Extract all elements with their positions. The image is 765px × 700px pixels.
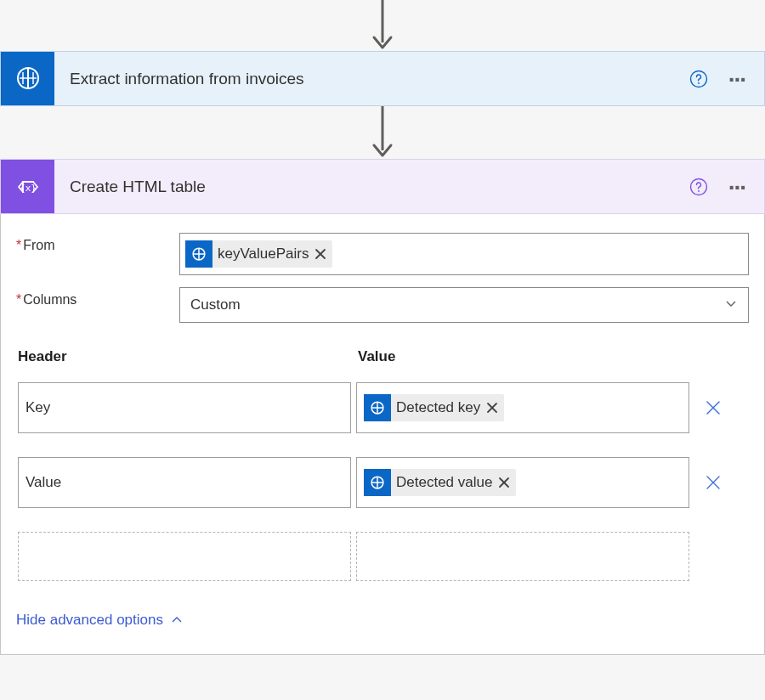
svg-point-10 [698, 190, 700, 192]
columns-select-value: Custom [190, 296, 241, 313]
dynamic-token-keyvaluepairs[interactable]: keyValuePairs [185, 240, 332, 268]
connector-arrow-top [0, 0, 765, 51]
action-title: Create HTML table [70, 178, 689, 196]
header-name-input[interactable] [18, 532, 351, 581]
columns-select[interactable]: Custom [179, 287, 749, 323]
from-label: *From [16, 233, 171, 253]
column-mapping-row: Value Detected value [18, 457, 747, 508]
column-mapping-row: Key Detected key [18, 382, 747, 433]
chevron-up-icon [170, 613, 184, 627]
action-extract-invoices[interactable]: Extract information from invoices ... [0, 51, 765, 106]
ai-builder-icon [185, 240, 212, 268]
header-value-input[interactable]: Detected key [356, 382, 689, 433]
data-operations-icon: {x} [1, 160, 54, 213]
remove-token-icon[interactable] [496, 474, 513, 491]
from-input[interactable]: keyValuePairs [179, 233, 749, 275]
delete-row-button[interactable] [694, 457, 732, 508]
svg-point-6 [698, 82, 700, 84]
hide-advanced-options-link[interactable]: Hide advanced options [1, 581, 764, 654]
dynamic-token-detected-value[interactable]: Detected value [364, 469, 516, 496]
header-name-input[interactable]: Value [18, 457, 351, 508]
delete-row-button[interactable] [694, 382, 732, 433]
dynamic-token-detected-key[interactable]: Detected key [364, 394, 504, 421]
remove-token-icon[interactable] [484, 399, 501, 416]
ai-builder-icon [1, 52, 54, 105]
token-label: Detected value [391, 474, 496, 491]
help-icon[interactable] [689, 178, 708, 196]
ai-builder-icon [364, 469, 391, 496]
token-label: Detected key [391, 399, 484, 416]
chevron-down-icon [724, 296, 738, 314]
action-create-html-table-body: *From keyValuePairs [0, 214, 765, 655]
columns-header-value: Value [358, 348, 747, 365]
columns-header-header: Header [18, 348, 353, 365]
header-value-input[interactable] [356, 532, 689, 581]
column-mapping-row-new [18, 532, 747, 581]
token-label: keyValuePairs [212, 246, 312, 262]
ai-builder-icon [364, 394, 391, 421]
help-icon[interactable] [689, 70, 708, 88]
header-name-input[interactable]: Key [18, 382, 351, 433]
action-title: Extract information from invoices [70, 70, 689, 88]
advanced-options-label: Hide advanced options [16, 612, 163, 629]
columns-label: *Columns [16, 287, 171, 308]
svg-text:{x}: {x} [20, 183, 37, 194]
remove-token-icon[interactable] [312, 246, 329, 262]
connector-arrow-mid [0, 106, 765, 159]
action-create-html-table[interactable]: {x} Create HTML table ... [0, 159, 765, 214]
header-value-input[interactable]: Detected value [356, 457, 689, 508]
